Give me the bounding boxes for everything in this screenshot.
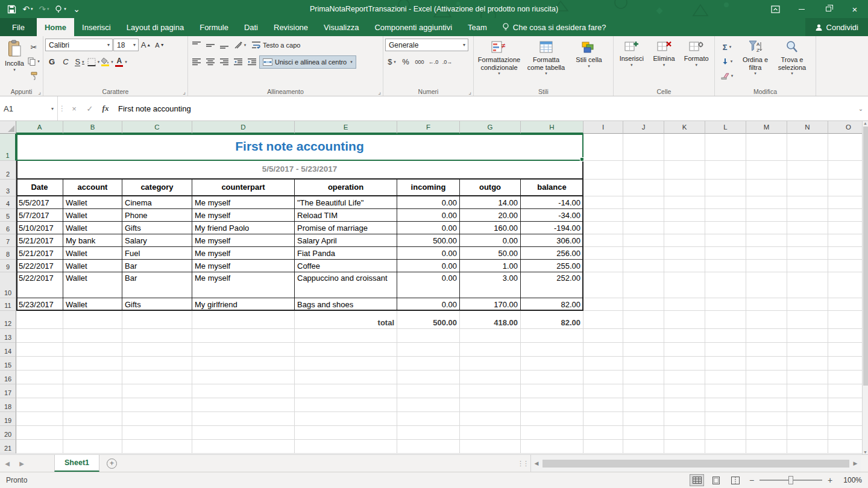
tab-revisione[interactable]: Revisione (266, 18, 316, 36)
cell-D6[interactable]: My friend Paolo (192, 222, 295, 234)
cell-L1[interactable] (705, 134, 746, 161)
fill-button[interactable]: ▾ (717, 55, 737, 68)
cell-D12[interactable] (192, 311, 295, 329)
save-button[interactable] (4, 1, 19, 17)
cell-M9[interactable] (746, 260, 787, 272)
cell-O13[interactable] (828, 329, 862, 343)
cell-G14[interactable] (460, 343, 521, 357)
row-header-2[interactable]: 2 (0, 161, 16, 180)
cell-B15[interactable] (63, 357, 122, 371)
cell-C4[interactable]: Cinema (122, 196, 192, 209)
cell-J19[interactable] (623, 412, 664, 426)
cell-G12[interactable]: 418.00 (460, 311, 521, 329)
cell-N6[interactable] (787, 222, 828, 234)
zoom-in-button[interactable]: + (826, 475, 834, 485)
cell-E20[interactable] (295, 426, 397, 440)
formula-bar-splitter[interactable]: ⋮ (58, 104, 66, 113)
cell-D13[interactable] (192, 329, 295, 343)
cell-C19[interactable] (122, 412, 192, 426)
cell-K3[interactable] (664, 180, 705, 196)
cell-I8[interactable] (583, 247, 623, 260)
touch-mouse-mode-button[interactable]: ▾ (52, 1, 68, 17)
cell-M14[interactable] (746, 343, 787, 357)
cell-F15[interactable] (397, 357, 460, 371)
scroll-left-arrow[interactable]: ◀ (531, 460, 542, 466)
cell-L6[interactable] (705, 222, 746, 234)
vertical-scrollbar[interactable]: ▲ ▼ (862, 121, 868, 454)
cell-N2[interactable] (787, 161, 828, 180)
cell-C16[interactable] (122, 371, 192, 384)
cell-N7[interactable] (787, 234, 828, 247)
cell-H6[interactable]: -194.00 (521, 222, 583, 234)
cell-M11[interactable] (746, 298, 787, 311)
increase-indent-button[interactable] (245, 55, 259, 69)
cell-K15[interactable] (664, 357, 705, 371)
cell-O16[interactable] (828, 371, 862, 384)
formula-bar-expand-button[interactable]: ⌄ (854, 105, 868, 112)
font-color-button[interactable]: A▾ (115, 55, 128, 69)
minimize-button[interactable] (788, 0, 815, 18)
cell-L5[interactable] (705, 209, 746, 222)
cell-I6[interactable] (583, 222, 623, 234)
tab-visualizza[interactable]: Visualizza (316, 18, 366, 36)
tab-inserisci[interactable]: Inserisci (74, 18, 119, 36)
column-header-H[interactable]: H (521, 121, 583, 134)
cell-N10[interactable] (787, 272, 828, 298)
cell-D18[interactable] (192, 398, 295, 412)
cell-L17[interactable] (705, 384, 746, 398)
cell-H17[interactable] (521, 384, 583, 398)
cell-K20[interactable] (664, 426, 705, 440)
cell-L18[interactable] (705, 398, 746, 412)
cell-D15[interactable] (192, 357, 295, 371)
cell-C10[interactable]: Bar (122, 272, 192, 298)
cell-E21[interactable] (295, 440, 397, 454)
align-bottom-button[interactable] (218, 39, 231, 52)
customize-qat-button[interactable]: ⌄ (69, 1, 84, 17)
cell-N16[interactable] (787, 371, 828, 384)
cell-L19[interactable] (705, 412, 746, 426)
cell-E13[interactable] (295, 329, 397, 343)
name-box[interactable]: A1 ▾ (0, 96, 58, 120)
formula-input[interactable]: First note accounting (113, 104, 854, 113)
cell-L7[interactable] (705, 234, 746, 247)
cell-I12[interactable] (583, 311, 623, 329)
cell-J20[interactable] (623, 426, 664, 440)
cell-D11[interactable]: My girlfriend (192, 298, 295, 311)
cell-C18[interactable] (122, 398, 192, 412)
cell-I7[interactable] (583, 234, 623, 247)
cell-J1[interactable] (623, 134, 664, 161)
cell-M15[interactable] (746, 357, 787, 371)
selection-fill-handle[interactable] (580, 157, 584, 161)
cell-F5[interactable]: 0.00 (397, 209, 460, 222)
tab-scroll-splitter[interactable]: ⋮⋮ (515, 460, 530, 468)
cell-O6[interactable] (828, 222, 862, 234)
accounting-format-button[interactable]: $▾ (385, 55, 398, 69)
cell-H19[interactable] (521, 412, 583, 426)
cell-O21[interactable] (828, 440, 862, 454)
row-header-5[interactable]: 5 (0, 209, 16, 222)
row-header-12[interactable]: 12 (0, 311, 16, 329)
row-header-3[interactable]: 3 (0, 180, 16, 196)
row-header-17[interactable]: 17 (0, 384, 16, 398)
cell-I5[interactable] (583, 209, 623, 222)
row-header-8[interactable]: 8 (0, 247, 16, 260)
column-header-M[interactable]: M (746, 121, 787, 134)
cell-K17[interactable] (664, 384, 705, 398)
increase-decimal-button[interactable]: ←.0 (427, 55, 440, 69)
sheet-nav-right[interactable]: ▶ (14, 460, 29, 467)
cell-M10[interactable] (746, 272, 787, 298)
cell-O4[interactable] (828, 196, 862, 209)
scroll-down-arrow[interactable]: ▼ (863, 450, 867, 454)
cell-O14[interactable] (828, 343, 862, 357)
tab-formule[interactable]: Formule (192, 18, 236, 36)
cell-G19[interactable] (460, 412, 521, 426)
find-select-button[interactable]: Trova e seleziona ▾ (773, 37, 811, 87)
cell-N3[interactable] (787, 180, 828, 196)
cell-M16[interactable] (746, 371, 787, 384)
cell-J6[interactable] (623, 222, 664, 234)
cell-E5[interactable]: Reload TIM (295, 209, 397, 222)
cell-H9[interactable]: 255.00 (521, 260, 583, 272)
cell-O2[interactable] (828, 161, 862, 180)
cell-N11[interactable] (787, 298, 828, 311)
horizontal-scroll-thumb[interactable] (542, 460, 849, 468)
